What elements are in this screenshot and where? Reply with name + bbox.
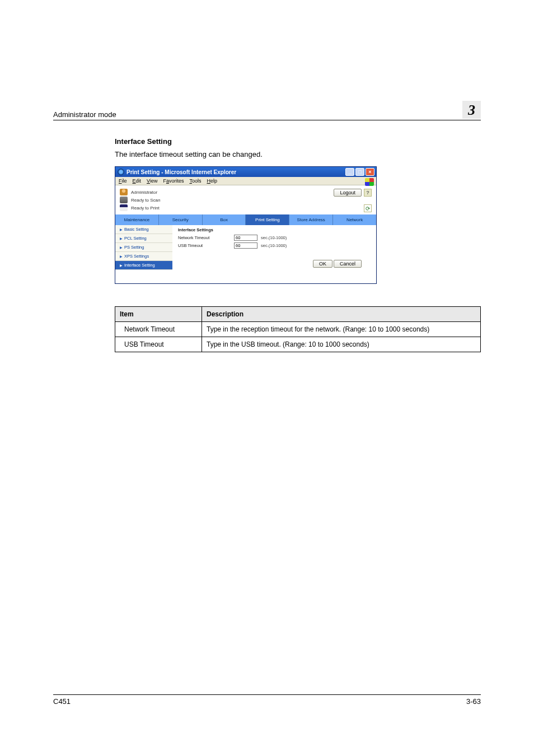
windows-flag-icon [365,178,374,186]
sidebar-item-xps[interactable]: ▶XPS Settings [115,252,172,261]
unit-usb-timeout: sec.(10-1000) [261,243,287,248]
sidebar-item-interface[interactable]: ▶Interface Setting [115,261,172,270]
input-network-timeout[interactable] [234,235,257,241]
administrator-icon [120,189,128,195]
menu-file[interactable]: File [119,178,127,184]
status-scan: Ready to Scan [131,198,160,203]
refresh-button[interactable]: ⟳ [364,204,372,212]
chapter-number: 3 [462,101,481,119]
table-row: Network Timeout Type in the reception ti… [115,322,481,337]
close-button[interactable]: × [366,168,374,176]
menu-help[interactable]: Help [207,178,217,184]
table-row: USB Timeout Type in the USB timeout. (Ra… [115,337,481,352]
printer-icon [120,204,128,211]
menubar: File Edit View Favorites Tools Help [115,177,376,185]
tabs: Maintenance Security Box Print Setting S… [115,214,376,225]
browser-window: Print Setting - Microsoft Internet Explo… [115,166,377,284]
admin-label: Administrator [131,190,157,195]
label-network-timeout: Network Timeout [178,235,234,240]
ok-button[interactable]: OK [313,260,332,268]
input-usb-timeout[interactable] [234,242,257,249]
titlebar: Print Setting - Microsoft Internet Explo… [115,167,376,177]
table-head-desc: Description [202,307,481,322]
cancel-button[interactable]: Cancel [334,260,362,268]
sidebar-item-basic[interactable]: ▶Basic Setting [115,225,172,234]
menu-edit[interactable]: Edit [133,178,142,184]
form-title: Interface Settings [178,227,372,232]
window-title: Print Setting - Microsoft Internet Explo… [127,169,236,175]
sidebar-item-ps[interactable]: ▶PS Setting [115,243,172,252]
menu-tools[interactable]: Tools [189,178,201,184]
maximize-button[interactable]: □ [355,168,364,176]
footer-left: C451 [53,697,71,706]
help-button[interactable]: ? [364,189,372,197]
chapter-label: Administrator mode [53,110,116,119]
minimize-button[interactable]: _ [345,168,354,176]
tab-network[interactable]: Network [333,214,376,225]
section-intro: The interface timeout setting can be cha… [115,150,481,158]
tab-security[interactable]: Security [159,214,203,225]
section-title: Interface Setting [115,137,481,146]
label-usb-timeout: USB Timeout [178,243,234,248]
sidebar-item-pcl[interactable]: ▶PCL Setting [115,234,172,243]
tab-box[interactable]: Box [203,214,246,225]
menu-view[interactable]: View [147,178,157,184]
description-table: Item Description Network Timeout Type in… [115,306,481,352]
unit-network-timeout: sec.(10-1000) [261,235,287,240]
cell-desc: Type in the reception timeout for the ne… [202,322,481,337]
menu-favorites[interactable]: Favorites [163,178,184,184]
sidebar: ▶Basic Setting ▶PCL Setting ▶PS Setting … [115,225,172,273]
scanner-icon [120,197,128,203]
status-print: Ready to Print [131,206,160,211]
cell-item: Network Timeout [115,322,202,337]
tab-print-setting[interactable]: Print Setting [246,214,289,225]
logout-button[interactable]: Logout [334,189,362,197]
tab-store-address[interactable]: Store Address [289,214,333,225]
cell-item: USB Timeout [115,337,202,352]
cell-desc: Type in the USB timeout. (Range: 10 to 1… [202,337,481,352]
ie-icon [118,169,124,175]
footer-right: 3-63 [466,697,481,706]
tab-maintenance[interactable]: Maintenance [115,214,159,225]
table-head-item: Item [115,307,202,322]
